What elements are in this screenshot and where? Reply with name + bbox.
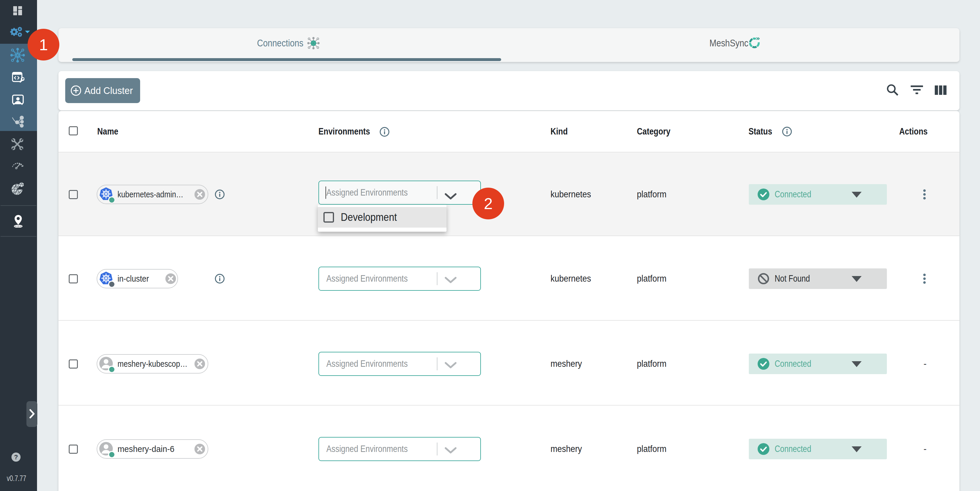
svg-text:?: ? bbox=[14, 453, 18, 461]
